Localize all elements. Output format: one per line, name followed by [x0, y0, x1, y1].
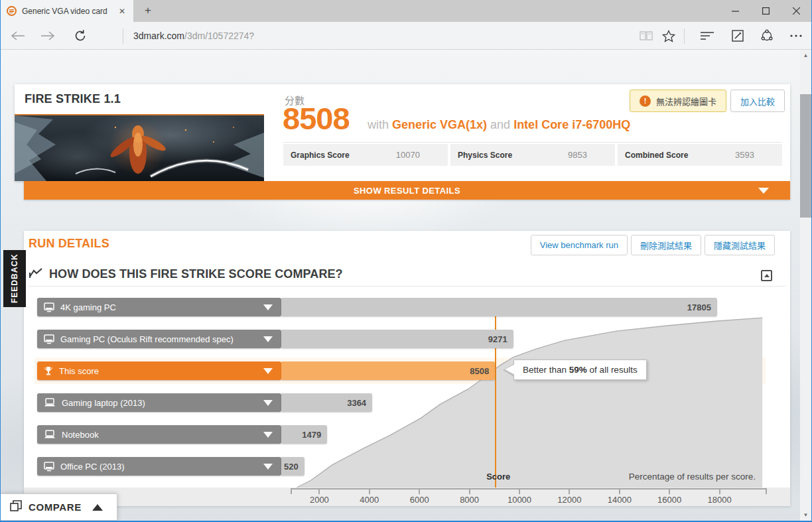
- maximize-button[interactable]: [750, 0, 781, 22]
- compare-bar-label: COMPARE: [29, 501, 82, 513]
- forward-icon[interactable]: [37, 26, 58, 46]
- scroll-up-icon[interactable]: ▲: [800, 50, 811, 61]
- tooltip-text-suffix: of all results: [590, 365, 638, 375]
- layers-icon: [10, 500, 22, 514]
- hide-result-button[interactable]: 隱藏測試結果: [705, 235, 775, 255]
- reading-view-icon[interactable]: [635, 27, 657, 45]
- row-bar: 3364: [281, 393, 372, 412]
- percentile-tooltip: Better than 59% of all results: [513, 359, 647, 380]
- title-bar: Generic VGA video card ✕ +: [1, 0, 811, 22]
- show-result-details-label: SHOW RESULT DETAILS: [354, 186, 460, 196]
- axis-end-cap: [766, 488, 767, 494]
- add-to-compare-label: 加入比較: [740, 95, 775, 107]
- physics-score-cell: Physics Score9853: [450, 144, 615, 166]
- row-value: 17805: [687, 302, 711, 312]
- row-dropdown-gaming-laptop[interactable]: Gaming laptop (2013): [37, 393, 281, 412]
- chevron-down-icon: [263, 432, 273, 438]
- axis-end-cap: [291, 488, 292, 494]
- futuremark-favicon-icon: [7, 6, 17, 16]
- physics-score-label: Physics Score: [458, 151, 512, 160]
- gpu-warning-button[interactable]: ! 無法辨認繪圖卡: [630, 90, 726, 112]
- compare-section-title: HOW DOES THIS FIRE STRIKE SCORE COMPARE?: [49, 267, 343, 281]
- with-word: with: [368, 118, 392, 131]
- row-bar: 520: [281, 457, 304, 476]
- graphics-score-label: Graphics Score: [291, 151, 350, 160]
- score-hardware-line: with Generic VGA(1x) and Intel Core i7-6…: [368, 118, 630, 132]
- benchmark-artwork: [15, 114, 264, 181]
- tab-close-icon[interactable]: ✕: [117, 6, 127, 17]
- add-to-compare-button[interactable]: 加入比較: [730, 90, 785, 112]
- window-close-button[interactable]: [781, 0, 811, 22]
- subscores-table: Graphics Score10070 Physics Score9853 Co…: [283, 142, 782, 166]
- feedback-tab[interactable]: FEEDBACK: [3, 250, 26, 307]
- web-note-icon[interactable]: [726, 27, 749, 45]
- chevron-down-icon: [263, 304, 273, 310]
- gpu-name: Generic VGA(1x): [392, 118, 487, 131]
- minimize-button[interactable]: [720, 0, 750, 22]
- chevron-down-icon: [758, 188, 769, 194]
- address-bar[interactable]: 3dmark.com/3dm/10572274?: [133, 31, 254, 41]
- chevron-up-icon: [92, 504, 103, 511]
- chart-row: Gaming PC (Oculus Rift recommended spec)…: [24, 330, 790, 348]
- row-dropdown-oculus-gaming-pc[interactable]: Gaming PC (Oculus Rift recommended spec): [37, 330, 281, 348]
- result-header-panel: FIRE STRIKE 1.1: [15, 84, 790, 181]
- more-icon[interactable]: [785, 27, 807, 45]
- chevron-down-icon: [263, 336, 273, 342]
- benchmark-card: FIRE STRIKE 1.1: [15, 84, 264, 181]
- row-bar: 8508: [281, 361, 495, 380]
- browser-window: Generic VGA video card ✕ + 3dmark.com/3d…: [0, 0, 812, 522]
- row-value: 3364: [347, 398, 366, 408]
- row-label: Gaming PC (Oculus Rift recommended spec): [60, 334, 257, 344]
- delete-result-button[interactable]: 刪除測試結果: [631, 235, 701, 255]
- combined-score-label: Combined Score: [625, 151, 688, 160]
- combined-score-cell: Combined Score3593: [618, 144, 782, 166]
- chart-row: Notebook 1479: [24, 425, 790, 444]
- run-details-buttons: View benchmark run 刪除測試結果 隱藏測試結果: [531, 235, 775, 255]
- compare-section-heading: HOW DOES THIS FIRE STRIKE SCORE COMPARE?: [29, 267, 343, 281]
- compare-bar-button[interactable]: COMPARE: [1, 493, 117, 521]
- row-dropdown-office-pc[interactable]: Office PC (2013): [37, 457, 281, 476]
- row-dropdown-this-score[interactable]: This score: [37, 361, 281, 380]
- show-result-details-button[interactable]: SHOW RESULT DETAILS: [24, 181, 790, 200]
- combined-score-value: 3593: [735, 150, 754, 160]
- chart-row: 4K gaming PC 17805: [24, 298, 790, 316]
- browser-tab[interactable]: Generic VGA video card ✕: [1, 0, 133, 22]
- laptop-icon: [44, 398, 56, 407]
- row-label: Notebook: [62, 430, 257, 440]
- share-icon[interactable]: [756, 27, 778, 45]
- desktop-icon: [44, 462, 54, 472]
- and-word: and: [487, 118, 513, 131]
- chart-row: Office PC (2013) 520: [24, 457, 790, 476]
- row-value: 8508: [470, 366, 489, 376]
- hub-icon[interactable]: [696, 27, 718, 45]
- url-path: /3dm/10572274?: [184, 31, 254, 41]
- refresh-icon[interactable]: [70, 26, 91, 46]
- collapse-section-button[interactable]: [761, 270, 772, 281]
- view-benchmark-run-button[interactable]: View benchmark run: [531, 235, 628, 255]
- new-tab-button[interactable]: +: [140, 4, 156, 19]
- chevron-down-icon: [263, 368, 273, 374]
- graphics-score-cell: Graphics Score10070: [283, 144, 448, 166]
- row-label: 4K gaming PC: [60, 302, 257, 312]
- graphics-score-value: 10070: [396, 150, 420, 160]
- score-value: 8508: [283, 100, 350, 137]
- vertical-scrollbar[interactable]: ▲ ▼: [800, 50, 811, 521]
- chevron-up-icon: [764, 274, 770, 277]
- desktop-icon: [44, 334, 54, 344]
- toolbar-divider: [684, 29, 685, 44]
- favorites-star-icon[interactable]: [657, 27, 680, 45]
- scroll-down-icon[interactable]: ▼: [800, 509, 811, 521]
- laptop-icon: [44, 430, 56, 439]
- scrollbar-thumb[interactable]: [800, 94, 811, 218]
- chevron-down-icon: [263, 400, 273, 406]
- window-controls: [720, 0, 811, 22]
- hide-result-label: 隱藏測試結果: [714, 239, 766, 251]
- desktop-icon: [44, 302, 54, 312]
- row-dropdown-notebook[interactable]: Notebook: [37, 425, 281, 444]
- chart-row: Gaming laptop (2013) 3364: [24, 393, 790, 412]
- row-label: This score: [59, 366, 257, 376]
- back-icon[interactable]: [7, 26, 29, 46]
- row-bar: 17805: [281, 298, 717, 316]
- row-dropdown-4k-gaming-pc[interactable]: 4K gaming PC: [37, 298, 281, 316]
- warning-icon: !: [640, 96, 651, 107]
